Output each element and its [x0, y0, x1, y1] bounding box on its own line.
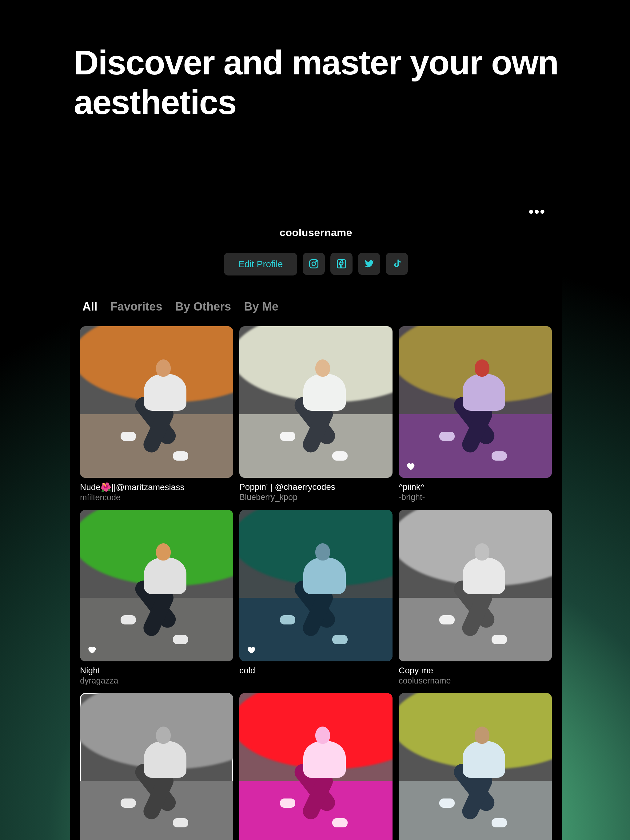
profile-actions: Edit Profile — [80, 253, 552, 275]
filter-author: dyragazza — [80, 676, 233, 686]
filter-card[interactable]: Nude🌺||@maritzamesiassmfiltercode — [80, 326, 233, 502]
profile-username: coolusername — [80, 227, 552, 238]
filter-thumbnail[interactable] — [80, 510, 233, 662]
instagram-icon — [308, 258, 319, 269]
twitter-button[interactable] — [358, 253, 380, 275]
filter-card[interactable]: Nightdyragazza — [80, 510, 233, 686]
filter-title: ^piink^ — [399, 482, 552, 492]
heart-icon[interactable] — [246, 645, 256, 655]
app-screen: ••• coolusername Edit Profile AllFavorit… — [70, 189, 562, 840]
filter-title: Nude🌺||@maritzamesiass — [80, 482, 233, 492]
filter-tabs: AllFavoritesBy OthersBy Me — [80, 300, 552, 313]
filter-thumbnail[interactable] — [239, 326, 393, 478]
filter-card[interactable] — [80, 693, 233, 840]
more-menu-icon[interactable]: ••• — [529, 204, 546, 219]
tab-by-me[interactable]: By Me — [244, 300, 279, 313]
heart-icon[interactable] — [405, 461, 415, 471]
filter-title: Copy me — [399, 666, 552, 676]
tiktok-icon — [391, 258, 402, 269]
filter-card[interactable]: Copy mecoolusername — [399, 510, 552, 686]
filter-thumbnail[interactable] — [399, 326, 552, 478]
filter-title: cold — [239, 666, 393, 676]
headline: Discover and master your own aesthetics — [74, 43, 630, 122]
filter-author: -bright- — [399, 493, 552, 502]
tiktok-button[interactable] — [386, 253, 408, 275]
filter-thumbnail[interactable] — [239, 510, 393, 662]
filter-thumbnail[interactable] — [399, 693, 552, 840]
filter-thumbnail[interactable] — [80, 326, 233, 478]
heart-icon[interactable] — [87, 645, 97, 655]
filter-card[interactable] — [399, 693, 552, 840]
filter-card[interactable]: cold — [239, 510, 393, 686]
tab-by-others[interactable]: By Others — [175, 300, 231, 313]
filter-thumbnail[interactable] — [80, 693, 233, 840]
filter-author: Blueberry_kpop — [239, 493, 393, 502]
filter-title: Night — [80, 666, 233, 676]
filter-thumbnail[interactable] — [399, 510, 552, 662]
svg-point-1 — [312, 262, 316, 266]
edit-profile-button[interactable]: Edit Profile — [224, 253, 297, 275]
filter-author: coolusername — [399, 676, 552, 686]
filter-card[interactable]: Poppin' | @chaerrycodesBlueberry_kpop — [239, 326, 393, 502]
filter-thumbnail[interactable] — [239, 693, 393, 840]
filter-grid: Nude🌺||@maritzamesiassmfiltercodePoppin'… — [80, 326, 552, 840]
filter-card[interactable]: ^piink^-bright- — [399, 326, 552, 502]
svg-point-2 — [316, 261, 317, 262]
facebook-button[interactable] — [330, 253, 353, 275]
facebook-icon — [336, 258, 347, 269]
filter-author: mfiltercode — [80, 493, 233, 502]
filter-card[interactable] — [239, 693, 393, 840]
twitter-icon — [364, 258, 375, 269]
instagram-button[interactable] — [303, 253, 325, 275]
filter-title: Poppin' | @chaerrycodes — [239, 482, 393, 492]
tab-all[interactable]: All — [82, 300, 98, 313]
tab-favorites[interactable]: Favorites — [111, 300, 162, 313]
